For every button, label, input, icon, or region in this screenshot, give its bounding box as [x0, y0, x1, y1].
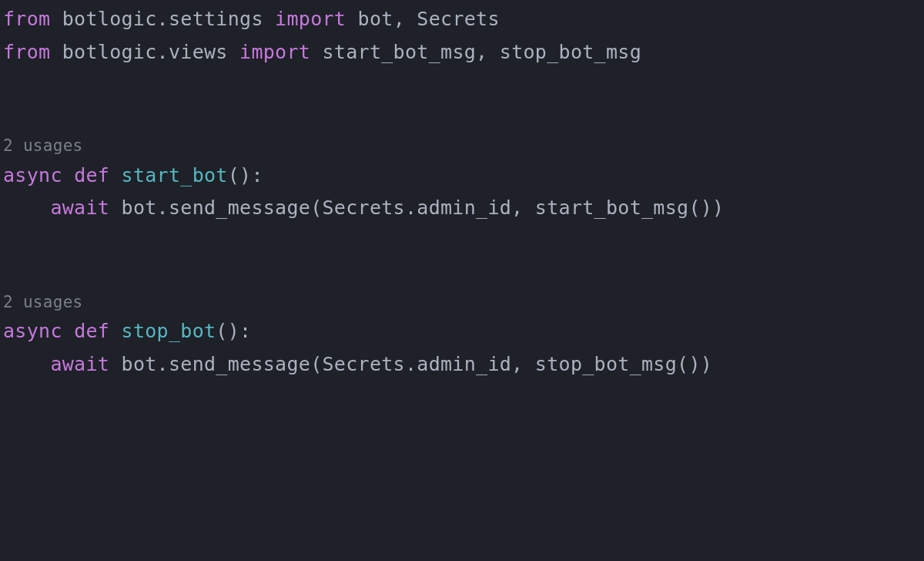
keyword-import: import [275, 8, 346, 30]
blank-line [3, 257, 921, 290]
body-start-bot[interactable]: await bot.send_message(Secrets.admin_id,… [3, 192, 921, 225]
body-stop-bot[interactable]: await bot.send_message(Secrets.admin_id,… [3, 348, 921, 381]
usage-hint-1[interactable]: 2 usages [3, 133, 921, 160]
space [50, 41, 62, 63]
call-expression: bot.send_message(Secrets.admin_id, start… [122, 197, 725, 219]
space [228, 41, 239, 63]
def-start-bot[interactable]: async def start_bot(): [3, 160, 921, 193]
keyword-def: def [74, 164, 109, 186]
space [50, 8, 62, 30]
call-expression: bot.send_message(Secrets.admin_id, stop_… [122, 353, 713, 375]
import-line-1[interactable]: from botlogic.settings import bot, Secre… [3, 3, 921, 36]
space [109, 353, 121, 375]
space [62, 320, 74, 342]
space [109, 164, 121, 186]
keyword-await: await [50, 197, 109, 219]
keyword-import: import [239, 41, 310, 63]
signature: (): [228, 164, 263, 186]
space [62, 164, 74, 186]
keyword-await: await [50, 353, 109, 375]
function-name-stop-bot: stop_bot [122, 320, 216, 342]
function-name-start-bot: start_bot [122, 164, 228, 186]
keyword-def: def [74, 320, 109, 342]
module-name: botlogic.settings [62, 8, 263, 30]
space [109, 197, 121, 219]
keyword-async: async [3, 164, 62, 186]
import-line-2[interactable]: from botlogic.views import start_bot_msg… [3, 36, 921, 69]
blank-line [3, 101, 921, 133]
blank-line [3, 225, 921, 257]
import-names: bot, Secrets [358, 8, 500, 30]
space [263, 8, 275, 30]
keyword-async: async [3, 320, 62, 342]
indent [3, 197, 50, 219]
signature: (): [216, 320, 251, 342]
keyword-from: from [3, 41, 50, 63]
def-stop-bot[interactable]: async def stop_bot(): [3, 315, 921, 348]
usage-hint-2[interactable]: 2 usages [3, 290, 921, 316]
import-names: start_bot_msg, stop_bot_msg [323, 41, 641, 63]
space [346, 8, 357, 30]
space [109, 320, 121, 342]
keyword-from: from [3, 8, 50, 30]
blank-line [3, 69, 921, 101]
module-name: botlogic.views [62, 41, 228, 63]
space [310, 41, 322, 63]
indent [3, 353, 50, 375]
